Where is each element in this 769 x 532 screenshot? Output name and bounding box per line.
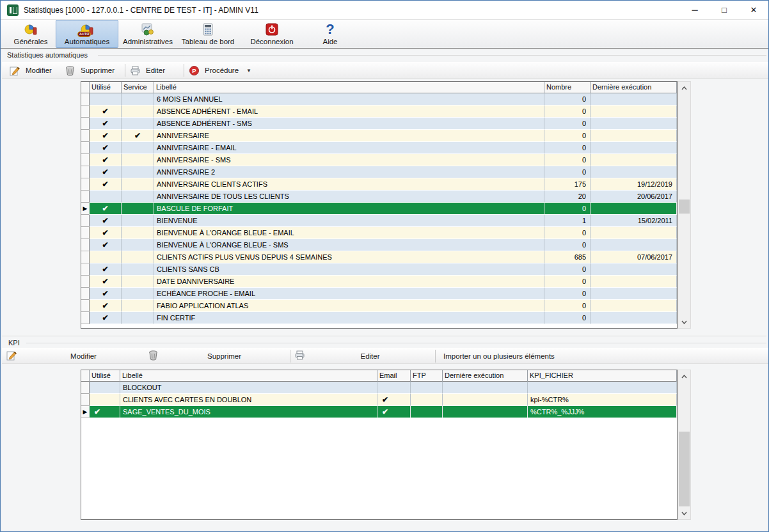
cell-derniere[interactable] [591,203,677,215]
modify-button[interactable]: Modifier [10,63,63,78]
tab-automatiques[interactable]: AUTO Automatiques [56,20,118,48]
cell-nombre[interactable]: 0 [544,312,591,324]
table-row[interactable]: ▶✔SAGE_VENTES_DU_MOIS✔%CTR%_%JJJ% [81,406,677,418]
cell-derniere[interactable] [443,394,528,406]
cell-utilise[interactable]: ✔ [90,276,122,288]
cell-service[interactable] [122,227,154,239]
kpi-scrollbar[interactable] [678,370,691,520]
cell-utilise[interactable]: ✔ [90,106,122,118]
table-row[interactable]: ✔CLIENTS SANS CB0 [81,263,677,276]
cell-utilise[interactable]: ✔ [90,227,122,239]
cell-utilise[interactable]: ✔ [90,239,122,251]
cell-service[interactable] [122,178,154,191]
cell-ftp[interactable] [411,406,443,418]
delete-button[interactable]: Supprimer [65,63,122,78]
kpi-delete-button[interactable]: Supprimer [162,348,287,364]
table-row[interactable]: ✔ANNIVERSAIRE - SMS0 [81,154,677,166]
row-selector[interactable] [81,382,90,394]
cell-service[interactable] [122,263,154,276]
cell-nombre[interactable]: 1 [544,215,591,227]
cell-utilise[interactable]: ✔ [90,142,122,154]
cell-libelle[interactable]: ANNIVERSAIRE - SMS [154,154,544,166]
cell-nombre[interactable]: 0 [544,166,591,178]
tab-generales[interactable]: Générales [6,20,56,48]
cell-nombre[interactable]: 0 [544,227,591,239]
kpi-edit-button[interactable]: Editer [308,348,432,364]
cell-derniere[interactable] [591,239,677,251]
row-selector[interactable] [81,263,90,276]
cell-derniere[interactable] [591,263,677,276]
cell-nombre[interactable]: 0 [544,203,591,215]
cell-derniere[interactable] [591,118,677,130]
cell-nombre[interactable]: 0 [544,118,591,130]
cell-service[interactable] [122,142,154,154]
cell-libelle[interactable]: FABIO APPLICATION ATLAS [154,300,544,312]
cell-libelle[interactable]: BIENVENUE [154,215,544,227]
cell-kpi_fichier[interactable]: kpi-%CTR% [528,394,677,406]
cell-utilise[interactable] [90,394,120,406]
cell-derniere[interactable] [591,288,677,300]
cell-libelle[interactable]: ABSENCE ADHÉRENT - SMS [154,118,544,130]
cell-service[interactable] [122,251,154,263]
cell-libelle[interactable]: 6 MOIS EN ANNUEL [154,93,544,106]
scroll-thumb[interactable] [679,199,690,214]
cell-derniere[interactable] [591,166,677,178]
column-header[interactable]: Dernière exécution [591,82,677,93]
cell-service[interactable] [122,312,154,324]
cell-libelle[interactable]: BIENVENUE À L'ORANGE BLEUE - EMAIL [154,227,544,239]
row-selector[interactable] [81,215,90,227]
kpi-modify-button[interactable]: Modifier [21,348,146,364]
table-row[interactable]: BLOCKOUT [81,382,677,394]
tab-tableau-de-bord[interactable]: Tableau de bord [177,20,239,48]
cell-libelle[interactable]: ECHÉANCE PROCHE - EMAIL [154,288,544,300]
cell-derniere[interactable] [591,312,677,324]
scroll-thumb[interactable] [679,432,690,506]
row-selector[interactable] [81,191,90,203]
cell-service[interactable]: ✔ [122,130,154,142]
row-selector[interactable]: ▶ [81,203,90,215]
table-row[interactable]: CLIENTS ACTIFS PLUS VENUS DEPUIS 4 SEMAI… [81,251,677,263]
cell-utilise[interactable]: ✔ [90,118,122,130]
row-selector[interactable] [81,118,90,130]
table-row[interactable]: 6 MOIS EN ANNUEL0 [81,93,677,106]
scroll-down-button[interactable] [678,316,690,328]
scroll-down-button[interactable] [678,507,690,519]
cell-nombre[interactable]: 175 [544,178,591,191]
column-header[interactable]: Nombre [544,82,591,93]
cell-derniere[interactable]: 20/06/2017 [591,191,677,203]
row-selector[interactable] [81,288,90,300]
cell-nombre[interactable]: 0 [544,154,591,166]
cell-utilise[interactable]: ✔ [90,288,122,300]
column-header[interactable]: KPI_FICHIER [528,370,677,382]
chevron-down-icon[interactable]: ▼ [246,68,251,74]
cell-service[interactable] [122,166,154,178]
cell-utilise[interactable]: ✔ [90,406,120,418]
cell-nombre[interactable]: 0 [544,93,591,106]
row-selector[interactable] [81,300,90,312]
cell-derniere[interactable] [591,154,677,166]
column-header[interactable]: Utilisé [90,82,122,93]
cell-nombre[interactable]: 0 [544,263,591,276]
cell-service[interactable] [122,203,154,215]
cell-kpi_fichier[interactable]: %CTR%_%JJJ% [528,406,677,418]
row-selector[interactable] [81,227,90,239]
stats-scrollbar[interactable] [678,81,691,329]
cell-utilise[interactable] [90,93,122,106]
cell-utilise[interactable]: ✔ [90,263,122,276]
cell-libelle[interactable]: SAGE_VENTES_DU_MOIS [120,406,377,418]
cell-utilise[interactable] [90,191,122,203]
cell-libelle[interactable]: CLIENTS ACTIFS PLUS VENUS DEPUIS 4 SEMAI… [154,251,544,263]
cell-derniere[interactable]: 07/06/2017 [591,251,677,263]
table-row[interactable]: ✔ABSENCE ADHÉRENT - EMAIL0 [81,106,677,118]
cell-nombre[interactable]: 20 [544,191,591,203]
cell-nombre[interactable]: 0 [544,106,591,118]
table-row[interactable]: ✔ANNIVERSAIRE - EMAIL0 [81,142,677,154]
cell-libelle[interactable]: DATE DANNIVERSAIRE [154,276,544,288]
cell-service[interactable] [122,191,154,203]
cell-utilise[interactable]: ✔ [90,130,122,142]
help-button[interactable]: ? Aide [310,20,350,48]
minimize-button[interactable]: ─ [680,1,710,20]
scroll-up-button[interactable] [678,82,690,94]
disconnect-button[interactable]: Déconnexion [244,20,300,48]
cell-utilise[interactable] [90,251,122,263]
